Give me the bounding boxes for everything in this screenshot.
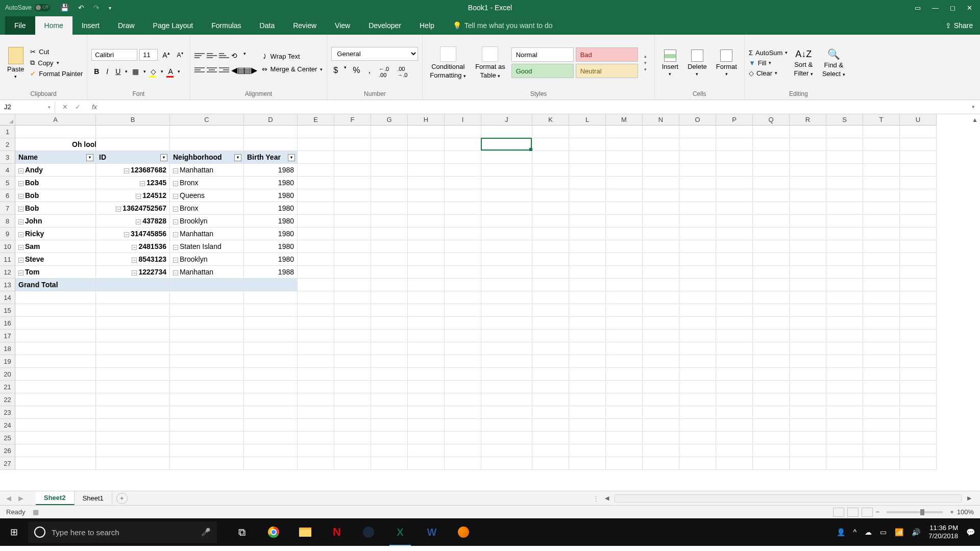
cell[interactable] bbox=[244, 330, 298, 342]
file-explorer-icon[interactable] bbox=[290, 518, 320, 546]
border-button[interactable]: ▦ bbox=[130, 66, 141, 77]
zoom-slider[interactable] bbox=[887, 511, 943, 513]
cell[interactable]: −Andy bbox=[15, 164, 96, 177]
cell[interactable] bbox=[863, 189, 900, 202]
cell[interactable] bbox=[408, 164, 445, 177]
cell[interactable] bbox=[532, 317, 569, 330]
cell[interactable] bbox=[716, 342, 753, 355]
cell[interactable] bbox=[334, 368, 371, 381]
save-icon[interactable]: 💾 bbox=[60, 4, 69, 12]
cell[interactable] bbox=[569, 432, 606, 444]
cell[interactable] bbox=[900, 317, 937, 330]
cell[interactable]: −Tom bbox=[15, 266, 96, 279]
row-header[interactable]: 10 bbox=[0, 240, 15, 253]
taskbar-search[interactable]: Type here to search 🎤 bbox=[28, 521, 217, 543]
cell[interactable] bbox=[371, 304, 408, 317]
cell[interactable] bbox=[826, 164, 863, 177]
cell[interactable] bbox=[244, 126, 298, 138]
cell[interactable] bbox=[532, 164, 569, 177]
cell[interactable] bbox=[863, 126, 900, 138]
cell[interactable] bbox=[532, 177, 569, 189]
cell[interactable] bbox=[900, 342, 937, 355]
cell[interactable] bbox=[900, 355, 937, 368]
cell[interactable] bbox=[716, 138, 753, 151]
cell[interactable] bbox=[170, 304, 244, 317]
cell[interactable] bbox=[753, 138, 790, 151]
cell[interactable]: −Brooklyn bbox=[170, 253, 244, 266]
tab-draw[interactable]: Draw bbox=[109, 16, 144, 35]
cell[interactable] bbox=[408, 304, 445, 317]
cell[interactable] bbox=[679, 406, 716, 419]
cell[interactable] bbox=[371, 457, 408, 470]
cell[interactable] bbox=[863, 342, 900, 355]
cell[interactable]: 1988 bbox=[244, 266, 298, 279]
cell[interactable] bbox=[371, 330, 408, 342]
fill-color-button[interactable]: ◇ bbox=[148, 66, 159, 77]
cell[interactable] bbox=[716, 177, 753, 189]
cell[interactable] bbox=[481, 215, 532, 228]
cell[interactable]: 1980 bbox=[244, 240, 298, 253]
cell[interactable] bbox=[569, 228, 606, 240]
cell[interactable] bbox=[170, 419, 244, 432]
cell[interactable] bbox=[445, 253, 481, 266]
cell[interactable]: Neighborhood▾ bbox=[170, 151, 244, 164]
cell[interactable] bbox=[643, 393, 679, 406]
cell[interactable] bbox=[96, 457, 170, 470]
align-right-button[interactable] bbox=[219, 65, 229, 74]
cell[interactable]: −124512 bbox=[96, 189, 170, 202]
sort-filter-button[interactable]: A↓Z Sort & Filter ▾ bbox=[791, 47, 816, 79]
cell[interactable]: −Manhattan bbox=[170, 164, 244, 177]
cell[interactable] bbox=[445, 189, 481, 202]
cell[interactable] bbox=[445, 457, 481, 470]
cell-style-bad[interactable]: Bad bbox=[576, 47, 638, 62]
cell[interactable] bbox=[716, 240, 753, 253]
cell[interactable] bbox=[790, 342, 826, 355]
column-header[interactable]: N bbox=[643, 114, 679, 126]
cell[interactable] bbox=[334, 444, 371, 457]
cell[interactable] bbox=[606, 215, 643, 228]
cell[interactable] bbox=[481, 266, 532, 279]
cell[interactable] bbox=[863, 419, 900, 432]
cell[interactable] bbox=[790, 317, 826, 330]
cell[interactable] bbox=[170, 406, 244, 419]
comma-format-button[interactable]: , bbox=[366, 65, 373, 79]
ribbon-options-icon[interactable]: ▭ bbox=[915, 4, 921, 12]
cell[interactable] bbox=[753, 215, 790, 228]
cell[interactable] bbox=[298, 406, 334, 419]
select-all-corner[interactable] bbox=[0, 114, 15, 126]
cell[interactable]: ID▾ bbox=[96, 151, 170, 164]
cell[interactable] bbox=[569, 330, 606, 342]
cell[interactable] bbox=[532, 291, 569, 304]
cell[interactable] bbox=[334, 126, 371, 138]
cell[interactable] bbox=[371, 240, 408, 253]
cell[interactable] bbox=[753, 266, 790, 279]
cell[interactable] bbox=[679, 202, 716, 215]
cell[interactable] bbox=[753, 240, 790, 253]
cell[interactable] bbox=[716, 432, 753, 444]
cell[interactable]: −13624752567 bbox=[96, 202, 170, 215]
cell[interactable] bbox=[753, 164, 790, 177]
cell[interactable] bbox=[790, 444, 826, 457]
cell[interactable] bbox=[606, 432, 643, 444]
cell[interactable] bbox=[900, 279, 937, 291]
cell[interactable] bbox=[826, 432, 863, 444]
cell[interactable] bbox=[298, 177, 334, 189]
filter-dropdown-icon[interactable]: ▾ bbox=[234, 154, 241, 161]
cell[interactable] bbox=[753, 279, 790, 291]
normal-view-button[interactable] bbox=[833, 508, 844, 517]
cell[interactable] bbox=[481, 381, 532, 393]
cell[interactable] bbox=[790, 432, 826, 444]
cell[interactable] bbox=[863, 228, 900, 240]
cell[interactable] bbox=[753, 151, 790, 164]
cell[interactable]: Birth Year▾ bbox=[244, 151, 298, 164]
cell[interactable] bbox=[716, 368, 753, 381]
cell[interactable] bbox=[408, 253, 445, 266]
cell[interactable] bbox=[900, 177, 937, 189]
cell[interactable] bbox=[606, 291, 643, 304]
cell[interactable] bbox=[643, 266, 679, 279]
cell[interactable] bbox=[408, 406, 445, 419]
cell[interactable] bbox=[606, 228, 643, 240]
cell[interactable] bbox=[298, 304, 334, 317]
cell[interactable]: 1980 bbox=[244, 228, 298, 240]
cell[interactable] bbox=[298, 138, 334, 151]
